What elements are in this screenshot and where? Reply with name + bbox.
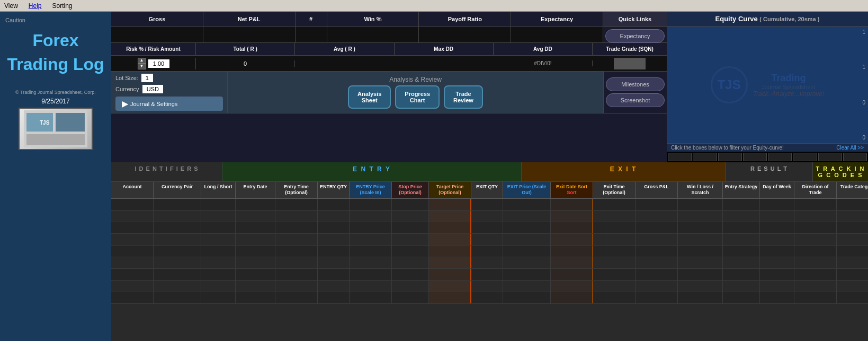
table-cell[interactable]	[154, 281, 201, 292]
table-cell[interactable]	[236, 246, 275, 257]
table-cell[interactable]	[723, 211, 760, 222]
table-cell[interactable]	[392, 257, 429, 268]
table-cell[interactable]	[503, 211, 551, 222]
table-cell[interactable]	[429, 292, 471, 303]
lot-value[interactable]: 1	[141, 74, 153, 82]
table-cell[interactable]	[593, 281, 636, 292]
table-cell[interactable]	[201, 211, 236, 222]
table-cell[interactable]	[201, 269, 236, 280]
table-cell[interactable]	[236, 222, 275, 233]
table-cell[interactable]	[318, 246, 350, 257]
table-cell[interactable]	[429, 246, 471, 257]
table-cell[interactable]	[392, 246, 429, 257]
table-cell[interactable]	[636, 222, 678, 233]
table-cell[interactable]	[111, 281, 154, 292]
table-cell[interactable]	[111, 199, 154, 210]
table-cell[interactable]	[678, 211, 723, 222]
table-row[interactable]	[111, 222, 868, 234]
table-cell[interactable]	[593, 269, 636, 280]
table-cell[interactable]	[318, 292, 350, 303]
table-cell[interactable]	[275, 246, 318, 257]
table-cell[interactable]	[678, 199, 723, 210]
table-cell[interactable]	[236, 234, 275, 245]
table-cell[interactable]	[154, 292, 201, 303]
table-cell[interactable]	[350, 246, 392, 257]
filter-box-2[interactable]	[693, 153, 717, 161]
table-cell[interactable]	[111, 234, 154, 245]
table-cell[interactable]	[236, 292, 275, 303]
table-cell[interactable]	[760, 257, 794, 268]
table-cell[interactable]	[678, 292, 723, 303]
table-cell[interactable]	[275, 211, 318, 222]
table-cell[interactable]	[760, 281, 794, 292]
table-cell[interactable]	[837, 199, 868, 210]
table-cell[interactable]	[723, 269, 760, 280]
table-cell[interactable]	[678, 269, 723, 280]
table-cell[interactable]	[350, 234, 392, 245]
table-cell[interactable]	[275, 257, 318, 268]
table-cell[interactable]	[318, 234, 350, 245]
table-cell[interactable]	[111, 257, 154, 268]
table-cell[interactable]	[429, 222, 471, 233]
table-cell[interactable]	[678, 246, 723, 257]
table-cell[interactable]	[201, 292, 236, 303]
table-cell[interactable]	[636, 199, 678, 210]
table-cell[interactable]	[794, 257, 837, 268]
journal-btn[interactable]: ▶ Journal & Settings	[115, 97, 223, 111]
table-cell[interactable]	[392, 234, 429, 245]
table-cell[interactable]	[236, 211, 275, 222]
table-cell[interactable]	[318, 269, 350, 280]
table-cell[interactable]	[760, 269, 794, 280]
table-cell[interactable]	[723, 246, 760, 257]
table-cell[interactable]	[551, 281, 593, 292]
table-cell[interactable]	[551, 257, 593, 268]
table-cell[interactable]	[429, 257, 471, 268]
table-cell[interactable]	[837, 234, 868, 245]
table-cell[interactable]	[593, 257, 636, 268]
table-cell[interactable]	[723, 199, 760, 210]
table-cell[interactable]	[678, 257, 723, 268]
table-cell[interactable]	[593, 199, 636, 210]
stepper-down[interactable]: ▼	[138, 64, 146, 69]
filter-box-8[interactable]	[843, 153, 867, 161]
table-cell[interactable]	[723, 257, 760, 268]
table-cell[interactable]	[275, 234, 318, 245]
table-cell[interactable]	[471, 246, 503, 257]
table-cell[interactable]	[551, 246, 593, 257]
table-cell[interactable]	[551, 269, 593, 280]
table-cell[interactable]	[275, 222, 318, 233]
table-cell[interactable]	[636, 269, 678, 280]
table-cell[interactable]	[154, 199, 201, 210]
table-cell[interactable]	[837, 269, 868, 280]
table-cell[interactable]	[236, 199, 275, 210]
table-cell[interactable]	[636, 292, 678, 303]
expectancy-btn[interactable]: Expectancy	[605, 29, 665, 43]
table-cell[interactable]	[636, 234, 678, 245]
sort-btn[interactable]: Sort	[552, 190, 592, 196]
table-cell[interactable]	[794, 281, 837, 292]
table-cell[interactable]	[392, 269, 429, 280]
analysis-sheet-btn[interactable]: AnalysisSheet	[348, 85, 391, 109]
menu-help[interactable]: Help	[29, 2, 42, 10]
table-cell[interactable]	[837, 246, 868, 257]
table-cell[interactable]	[201, 257, 236, 268]
table-cell[interactable]	[236, 281, 275, 292]
table-cell[interactable]	[471, 281, 503, 292]
table-cell[interactable]	[350, 257, 392, 268]
table-cell[interactable]	[837, 211, 868, 222]
table-cell[interactable]	[154, 246, 201, 257]
table-cell[interactable]	[275, 199, 318, 210]
table-cell[interactable]	[760, 292, 794, 303]
table-cell[interactable]	[503, 199, 551, 210]
table-cell[interactable]	[503, 234, 551, 245]
table-cell[interactable]	[392, 211, 429, 222]
table-cell[interactable]	[503, 246, 551, 257]
milestones-btn[interactable]: Milestones	[606, 77, 665, 91]
table-cell[interactable]	[471, 292, 503, 303]
table-cell[interactable]	[392, 199, 429, 210]
table-cell[interactable]	[760, 234, 794, 245]
table-cell[interactable]	[350, 199, 392, 210]
table-cell[interactable]	[429, 199, 471, 210]
table-cell[interactable]	[593, 222, 636, 233]
table-cell[interactable]	[429, 281, 471, 292]
